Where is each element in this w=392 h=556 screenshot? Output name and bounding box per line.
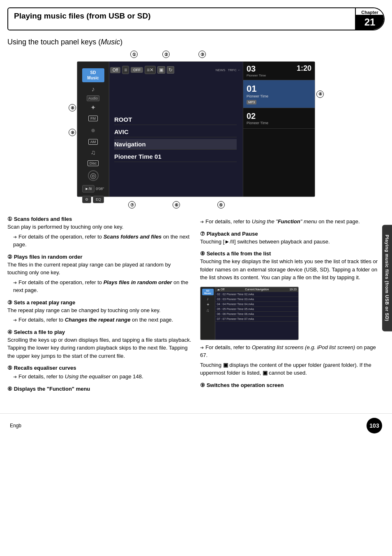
toolbar-group-2: ≡✕ [145,66,156,74]
callout-5: ⑤ [217,201,225,208]
desc-function-note: ➔For details, refer to Using the "Functi… [200,218,385,226]
page-footer: Engb 103 [0,413,392,438]
file-avic[interactable]: AVIC [114,127,237,137]
mini-list-screenshot: SDMusic ♪ ✦ ♫ ☁ Off Current:Navigation 1… [200,287,299,340]
desc-item-6: ⑥ Displays the "Function" menu [7,386,192,392]
callout-6: ⑥ [173,201,180,208]
fm-label: FM [88,116,98,121]
track-number-bot: 02 [247,111,311,121]
trfc-icon: TRFC ← [228,68,241,72]
track-block-bot: 02 Pioneer Time [243,108,315,129]
callout-1: ① [130,51,138,58]
side-tab: Playing music files (from USB or SD) [382,225,392,331]
callout-7: ⑦ [128,201,136,208]
desc-list-note: ➔For details, refer to Operating list sc… [200,343,385,377]
track-number-mid: 01 [247,83,311,94]
toolbar-icon-refresh[interactable]: ↻ [167,66,174,74]
desc-item-8: ⑧ Selects a file from the list Touching … [200,250,385,282]
sd-music-button[interactable]: SDMusic [82,68,104,82]
track-label-top: Pioneer Time [247,74,266,77]
am-label: AM [88,139,98,145]
desc-item-5: ⑤ Recalls equaliser curves ➔For details,… [7,365,192,381]
now-playing-top: 03 Pioneer Time 1:20 [243,62,315,80]
music-note-icon: ♫ [91,149,96,156]
footer-page-number: 103 [367,418,382,433]
toolbar-group-1: ≡ [122,66,129,74]
play-pause-button[interactable]: ►/II [82,185,95,192]
cd-icon: ◎ [88,170,99,181]
star-icon: ✦ [90,104,96,111]
time-display-right: 1:20 [297,64,311,73]
dot-icon: ● [90,125,95,135]
desc-item-7: ⑦ Playback and Pause Touching [►/II] swi… [200,231,385,246]
mp3-badge: MP3 [247,100,256,104]
desc-item-2: ② Plays files in random order The files … [7,254,192,294]
toolbar-off2[interactable]: OFF [131,67,143,73]
callout-3: ③ [198,51,206,58]
callout-2: ② [162,51,170,58]
footer-engb: Engb [10,423,21,429]
track-block-mid: 01 Pioneer Time MP3 ④ [243,80,315,108]
audio-icon: ♪ [92,86,95,93]
file-pioneer-time[interactable]: Pioneer Time 01 [114,151,237,162]
track-number-top: 03 [247,64,266,74]
desc-item-9: ⑨ Switches the operation screen [200,382,385,388]
chapter-number: 21 [356,15,384,30]
desc-item-1: ① Scans folders and files Scan play is p… [7,216,192,249]
callout-9: ⑨ [69,129,76,136]
desc-item-3: ③ Sets a repeat play range The repeat pl… [7,299,192,324]
file-root[interactable]: ROOT [114,114,237,125]
callout-8: ⑧ [69,104,76,111]
off-button[interactable]: Off [110,67,120,73]
callout-4: ④ [316,90,324,98]
toolbar-icon-monitor[interactable]: ▣ [157,66,165,74]
page-title: Playing music files (from USB or SD) [8,8,355,30]
eq-button[interactable]: EQ [93,196,104,203]
track-label-mid: Pioneer Time [247,94,311,98]
chapter-label: Chapter [357,8,383,15]
file-navigation[interactable]: Navigation [114,139,237,150]
settings-button[interactable]: ⚙ [82,196,91,203]
news-icon: NEWS [215,68,225,72]
time-display: 0'08" [96,187,104,191]
disc-label: Disc [88,160,99,166]
desc-item-4: ④ Selects a file to play Scrolling the k… [7,329,192,360]
track-label-bot: Pioneer Time [247,121,311,125]
section-title: Using the touch panel keys (Music) [7,38,385,46]
